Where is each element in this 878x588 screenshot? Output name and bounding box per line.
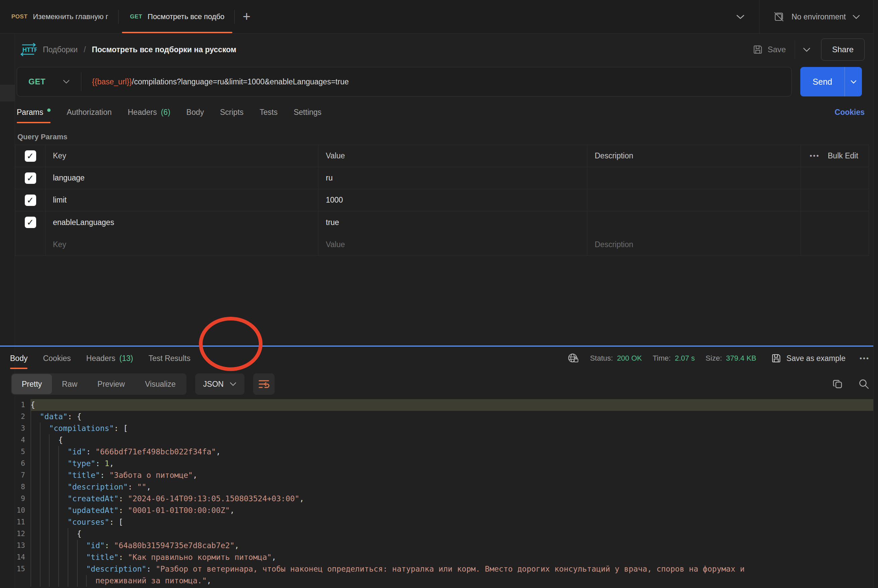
svg-text:HTTP: HTTP	[22, 46, 37, 53]
response-body-actions	[832, 378, 870, 390]
response-tab-body[interactable]: Body	[10, 348, 27, 369]
size-value: 379.4 KB	[726, 354, 757, 363]
tab-headers[interactable]: Headers (6)	[128, 101, 171, 123]
query-params-title: Query Params	[17, 133, 67, 141]
param-key-cell[interactable]: enableLanguages	[45, 211, 318, 233]
environment-chevron-icon	[853, 15, 860, 19]
view-mode-pretty[interactable]: Pretty	[12, 374, 52, 394]
response-tab-cookies[interactable]: Cookies	[43, 348, 70, 369]
tab-tests[interactable]: Tests	[259, 101, 277, 123]
code-line: 2"data": {	[15, 411, 873, 423]
param-description-placeholder[interactable]: Description	[587, 233, 801, 255]
copy-icon[interactable]	[832, 378, 844, 390]
param-key-cell[interactable]: limit	[45, 189, 318, 211]
send-options-chevron-icon[interactable]	[845, 67, 862, 96]
line-number: 7	[15, 470, 30, 481]
param-value-placeholder[interactable]: Value	[318, 233, 587, 255]
tab-label: Test Results	[148, 354, 190, 363]
code-line: 3"compilations": [	[15, 423, 873, 434]
method-selector[interactable]: GET	[17, 67, 81, 96]
param-placeholder-row: Key Value Description	[15, 233, 869, 255]
search-icon[interactable]	[858, 378, 870, 390]
table-header-row: ✓ Key Value Description ••• Bulk Edit	[15, 145, 869, 167]
request-title[interactable]: Посмотреть все подборки на русском	[92, 45, 237, 54]
line-number: 14	[15, 552, 30, 563]
view-mode-preview[interactable]: Preview	[87, 374, 135, 394]
line-number: 4	[15, 434, 30, 446]
breadcrumb-collection[interactable]: Подборки	[43, 45, 78, 54]
bulk-edit-cell[interactable]: ••• Bulk Edit	[801, 145, 869, 167]
save-button[interactable]: Save	[753, 45, 795, 55]
send-button[interactable]: Send	[800, 67, 862, 96]
window-scrollbar[interactable]	[873, 0, 878, 588]
share-button[interactable]: Share	[821, 39, 865, 61]
param-value-cell[interactable]: 1000	[318, 189, 587, 211]
tab-label: Params	[17, 108, 43, 117]
tab-scripts[interactable]: Scripts	[220, 101, 243, 123]
tab-list-chevron-icon[interactable]	[722, 14, 759, 19]
time-label: Time:	[653, 354, 671, 363]
sidebar-rail-thumb[interactable]	[0, 85, 15, 102]
code-line: 1{	[15, 399, 873, 411]
tab-params[interactable]: Params	[17, 101, 51, 123]
line-number: 3	[15, 423, 30, 434]
code-line: 9"createdAt": "2024-06-14T09:13:05.15080…	[15, 493, 873, 505]
new-tab-button[interactable]: +	[235, 0, 258, 33]
code-line: переживаний за питомца.",	[15, 575, 873, 586]
request-tab-post[interactable]: POST Иземекнить главную г	[1, 0, 118, 33]
tab-body[interactable]: Body	[187, 101, 204, 123]
tab-authorization[interactable]: Authorization	[67, 101, 111, 123]
param-description-cell[interactable]	[587, 211, 801, 233]
param-description-cell[interactable]	[587, 167, 801, 189]
format-selector[interactable]: JSON	[195, 374, 244, 395]
send-label: Send	[800, 67, 845, 96]
query-params-table: ✓ Key Value Description ••• Bulk Edit ✓l…	[15, 145, 869, 256]
active-tab-underline	[122, 32, 232, 33]
select-all-checkbox[interactable]: ✓	[25, 150, 36, 162]
key-column-header: Key	[45, 145, 318, 167]
view-mode-visualize[interactable]: Visualize	[135, 374, 186, 394]
cookies-link[interactable]: Cookies	[835, 101, 865, 123]
breadcrumb-separator: /	[84, 45, 86, 54]
param-checkbox[interactable]: ✓	[25, 217, 36, 228]
param-key-cell[interactable]: language	[45, 167, 318, 189]
environment-selector[interactable]: No environment	[760, 0, 873, 33]
code-line: 7"title": "Забота о питомце",	[15, 470, 873, 481]
view-mode-raw[interactable]: Raw	[52, 374, 87, 394]
param-checkbox-cell: ✓	[15, 189, 45, 211]
param-checkbox-cell	[15, 233, 45, 255]
request-tab-get-active[interactable]: GET Посмотреть все подбо	[120, 0, 234, 33]
save-options-chevron-icon[interactable]	[795, 48, 818, 52]
format-label: JSON	[203, 380, 224, 389]
tabbar-right-controls: No environment	[722, 0, 873, 33]
tab-label: Tests	[259, 108, 277, 117]
response-more-options-icon[interactable]: •••	[860, 355, 870, 362]
url-input[interactable]: {{base_url}}/compilations?language=ru&li…	[81, 77, 349, 86]
line-number: 9	[15, 493, 30, 505]
param-value-cell[interactable]: ru	[318, 167, 587, 189]
network-globe-icon[interactable]	[567, 352, 579, 364]
tab-label: Scripts	[220, 108, 243, 117]
param-description-cell[interactable]	[587, 189, 801, 211]
no-environment-icon	[773, 11, 785, 23]
param-key-placeholder[interactable]: Key	[45, 233, 318, 255]
code-line: 11"courses": [	[15, 516, 873, 528]
request-header-row: HTTP Подборки / Посмотреть все подборки …	[15, 34, 873, 65]
panel-resize-handle[interactable]	[0, 346, 873, 346]
param-bulk-cell	[801, 167, 869, 189]
param-bulk-cell	[801, 211, 869, 233]
active-tab-underline	[17, 122, 51, 123]
param-row: ✓enableLanguagestrue	[15, 211, 869, 233]
tab-settings[interactable]: Settings	[294, 101, 321, 123]
active-tab-underline	[10, 368, 27, 369]
view-mode-group: Pretty Raw Preview Visualize	[11, 374, 187, 395]
response-tab-test-results[interactable]: Test Results	[148, 348, 190, 369]
response-body-editor[interactable]: 1{2"data": {3"compilations": [4{5"id": "…	[15, 399, 873, 588]
save-as-example-button[interactable]: Save as example	[771, 353, 845, 363]
response-tab-headers[interactable]: Headers (13)	[86, 348, 133, 369]
more-options-icon[interactable]: •••	[810, 152, 820, 160]
param-checkbox[interactable]: ✓	[25, 172, 36, 184]
param-checkbox[interactable]: ✓	[25, 195, 36, 206]
wrap-lines-button[interactable]	[253, 374, 274, 395]
param-value-cell[interactable]: true	[318, 211, 587, 233]
